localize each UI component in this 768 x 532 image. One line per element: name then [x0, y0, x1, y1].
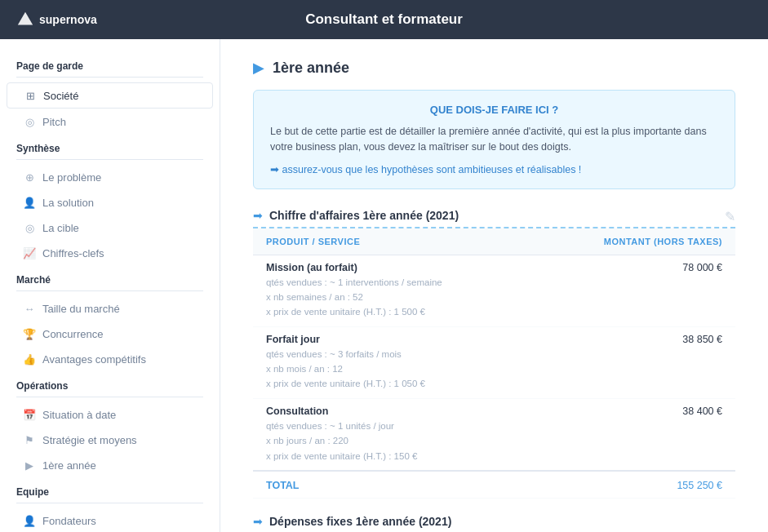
- sidebar-section-equipe: Equipe 👤 Fondateurs: [0, 478, 220, 532]
- table-row: Mission (au forfait)qtés vendues : ~ 1 i…: [253, 255, 735, 326]
- sidebar-item-situation[interactable]: 📅 Situation à date: [7, 402, 213, 427]
- sidebar-item-label: Fondateurs: [42, 515, 96, 527]
- sidebar-divider: [16, 159, 203, 160]
- table-header-row: PRODUIT / SERVICE MONTANT (HORS TAXES): [253, 228, 735, 255]
- table-row: Consultationqtés vendues : ~ 1 unités / …: [253, 398, 735, 471]
- table-total-row: TOTAL155 250 €: [253, 471, 735, 499]
- sidebar-item-avantages[interactable]: 👍 Avantages compétitifs: [7, 347, 213, 371]
- thumb-icon: 👍: [23, 352, 36, 366]
- product-detail: x nb mois / an : 12: [266, 361, 522, 376]
- trophy-icon: 🏆: [23, 327, 36, 340]
- total-label: TOTAL: [253, 471, 535, 499]
- product-detail: x prix de vente unitaire (H.T.) : 150 €: [266, 449, 522, 463]
- sidebar-item-probleme[interactable]: ⊕ Le problème: [7, 165, 213, 189]
- info-box-title: QUE DOIS-JE FAIRE ICI ?: [270, 104, 718, 116]
- table-cell-product: Forfait jourqtés vendues : ~ 3 forfaits …: [253, 326, 535, 398]
- sidebar-section-marche: Marché ↔ Taille du marché 🏆 Concurrence …: [0, 266, 220, 371]
- play-icon: ▶: [253, 59, 264, 77]
- sidebar-section-title: Page de garde: [0, 52, 220, 75]
- sidebar-item-label: Taille du marché: [42, 303, 120, 315]
- users-icon: 👤: [23, 196, 36, 209]
- sidebar-item-label: Chiffres-clefs: [42, 247, 104, 259]
- ca-section: ➡ Chiffre d'affaires 1ère année (2021) ✎…: [253, 209, 735, 499]
- sidebar-item-strategie[interactable]: ⚑ Stratégie et moyens: [7, 428, 213, 452]
- target-icon: ⊕: [23, 171, 36, 184]
- sidebar-item-label: Stratégie et moyens: [42, 434, 137, 446]
- depenses-section-header: ➡ Dépenses fixes 1ère année (2021): [253, 515, 735, 532]
- sidebar-item-label: Concurrence: [42, 328, 103, 340]
- sidebar-item-solution[interactable]: 👤 La solution: [7, 190, 213, 215]
- sidebar-item-premiere-annee[interactable]: ▶ 1ère année: [7, 453, 213, 477]
- page-title: Consultant et formateur: [305, 11, 463, 28]
- sidebar-item-cible[interactable]: ◎ La cible: [7, 215, 213, 240]
- sidebar-item-label: Situation à date: [42, 409, 116, 421]
- product-name: Forfait jour: [266, 334, 522, 345]
- sidebar-item-label: Le problème: [42, 171, 101, 184]
- product-name: Mission (au forfait): [266, 262, 522, 273]
- crosshair-icon: ◎: [23, 221, 36, 234]
- sidebar-item-pitch[interactable]: ◎ Pitch: [7, 109, 213, 134]
- total-amount: 155 250 €: [535, 471, 735, 499]
- calendar-icon: 📅: [23, 408, 36, 421]
- edit-icon[interactable]: ✎: [725, 209, 735, 224]
- main-content: ▶ 1ère année QUE DOIS-JE FAIRE ICI ? Le …: [220, 39, 768, 532]
- logo-text: supernova: [39, 13, 97, 26]
- sidebar-divider: [16, 290, 203, 291]
- info-box: QUE DOIS-JE FAIRE ICI ? Le but de cette …: [253, 90, 735, 189]
- sidebar-item-taille[interactable]: ↔ Taille du marché: [7, 296, 213, 321]
- product-detail: x prix de vente unitaire (H.T.) : 1 500 …: [266, 304, 522, 319]
- sidebar-item-label: 1ère année: [42, 459, 96, 472]
- sidebar-item-label: Avantages compétitifs: [42, 353, 146, 366]
- table-cell-amount: 38 850 €: [535, 326, 735, 398]
- sidebar-item-label: Société: [43, 90, 78, 102]
- sidebar-section-synthese: Synthèse ⊕ Le problème 👤 La solution ◎ L…: [0, 135, 220, 265]
- arrows-icon: ↔: [23, 302, 36, 315]
- sidebar-item-concurrence[interactable]: 🏆 Concurrence: [7, 321, 213, 346]
- flag-icon: ⚑: [23, 433, 36, 446]
- section-header: ▶ 1ère année: [253, 59, 735, 77]
- grid-icon: ⊞: [24, 89, 37, 102]
- sidebar-item-label: La cible: [42, 222, 79, 234]
- sidebar-item-societe[interactable]: ⊞ Société: [7, 82, 213, 109]
- person-icon: 👤: [23, 514, 36, 527]
- product-detail: qtés vendues : ~ 1 interventions / semai…: [266, 275, 522, 290]
- sidebar-item-fondateurs[interactable]: 👤 Fondateurs: [7, 508, 213, 532]
- svg-marker-0: [18, 12, 33, 25]
- arrow-icon: ➡: [253, 209, 263, 222]
- sidebar-divider: [16, 503, 203, 503]
- sidebar-divider: [16, 397, 203, 397]
- product-detail: x prix de vente unitaire (H.T.) : 1 050 …: [266, 376, 522, 391]
- table-row: Forfait jourqtés vendues : ~ 3 forfaits …: [253, 326, 735, 398]
- sidebar-section-page-de-garde: Page de garde ⊞ Société ◎ Pitch: [0, 52, 220, 134]
- table-cell-amount: 38 400 €: [535, 398, 735, 471]
- sidebar-divider: [16, 77, 203, 78]
- sidebar-section-title: Marché: [0, 266, 220, 289]
- product-detail: qtés vendues : ~ 3 forfaits / mois: [266, 347, 522, 361]
- sidebar: Page de garde ⊞ Société ◎ Pitch Synthèse…: [0, 39, 220, 532]
- table-cell-product: Consultationqtés vendues : ~ 1 unités / …: [253, 398, 535, 471]
- ca-section-title: Chiffre d'affaires 1ère année (2021): [269, 209, 459, 222]
- table-cell-product: Mission (au forfait)qtés vendues : ~ 1 i…: [253, 255, 535, 326]
- depenses-section-title: Dépenses fixes 1ère année (2021): [269, 515, 451, 528]
- sidebar-item-label: Pitch: [42, 116, 66, 128]
- info-box-note: ➡ assurez-vous que les hypothèses sont a…: [270, 163, 718, 175]
- sidebar-item-chiffres[interactable]: 📈 Chiffres-clefs: [7, 241, 213, 265]
- ca-section-header: ➡ Chiffre d'affaires 1ère année (2021) ✎: [253, 209, 735, 228]
- product-name: Consultation: [266, 406, 522, 417]
- chart-icon: 📈: [23, 246, 36, 259]
- table-cell-amount: 78 000 €: [535, 255, 735, 326]
- app-header: supernova Consultant et formateur: [0, 0, 768, 39]
- product-detail: x nb semaines / an : 52: [266, 290, 522, 304]
- logo-icon: [16, 11, 34, 29]
- sidebar-section-title: Opérations: [0, 372, 220, 395]
- info-box-text: Le but de cette partie est de détailler …: [270, 124, 718, 155]
- col-amount: MONTANT (HORS TAXES): [535, 228, 735, 255]
- arrow-icon: ➡: [253, 515, 263, 528]
- circle-icon: ◎: [23, 115, 36, 128]
- play-icon: ▶: [23, 459, 36, 472]
- ca-table: PRODUIT / SERVICE MONTANT (HORS TAXES) M…: [253, 228, 735, 499]
- logo: supernova: [16, 11, 97, 29]
- sidebar-item-label: La solution: [42, 197, 94, 209]
- sidebar-section-title: Synthèse: [0, 135, 220, 157]
- col-product: PRODUIT / SERVICE: [253, 228, 535, 255]
